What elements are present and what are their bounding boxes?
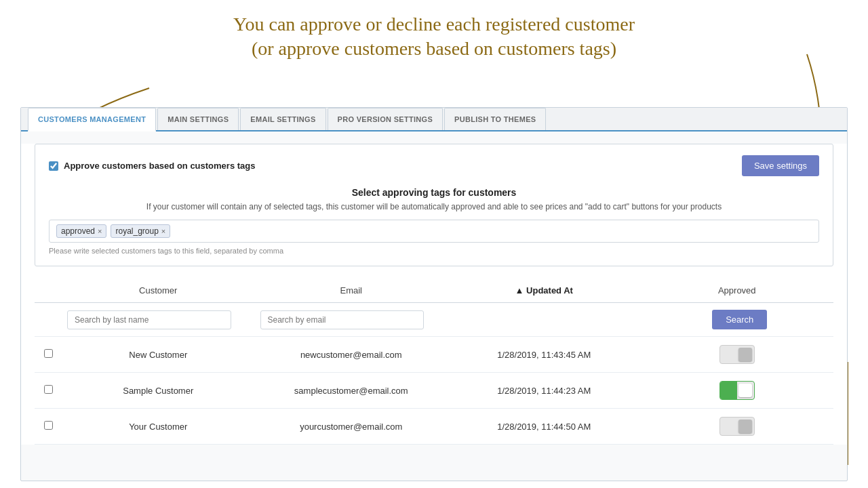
search-button[interactable]: Search bbox=[712, 310, 767, 329]
table-row: Sample Customer samplecustomer@email.com… bbox=[35, 373, 833, 409]
approve-checkbox-row: Approve customers based on customers tag… bbox=[49, 161, 255, 171]
th-updated-at[interactable]: ▲ Updated At bbox=[448, 285, 641, 296]
row1-updated-at: 1/28/2019, 11:43:45 AM bbox=[448, 350, 641, 360]
th-customer: Customer bbox=[62, 285, 255, 296]
row2-toggle[interactable] bbox=[719, 381, 755, 400]
main-panel: CUSTOMERS MANAGEMENT MAIN SETTINGS EMAIL… bbox=[20, 107, 848, 481]
approve-label: Approve customers based on customers tag… bbox=[64, 161, 255, 171]
row2-toggle-green bbox=[720, 382, 737, 399]
tab-publish-to-themes[interactable]: PUBLISH TO THEMES bbox=[444, 108, 546, 130]
tab-email-settings[interactable]: EMAIL SETTINGS bbox=[240, 108, 326, 130]
row1-name: New Customer bbox=[62, 350, 255, 360]
row2-checkbox-cell bbox=[35, 385, 62, 396]
row1-email: newcustomer@email.com bbox=[255, 350, 448, 360]
search-button-cell: Search bbox=[641, 310, 834, 329]
row2-checkbox[interactable] bbox=[44, 385, 53, 394]
annotation-line2: (or approve customers based on customers… bbox=[41, 37, 827, 61]
row2-approved-cell bbox=[641, 381, 834, 400]
tab-main-settings[interactable]: MAIN SETTINGS bbox=[157, 108, 239, 130]
row3-updated-at: 1/28/2019, 11:44:50 AM bbox=[448, 422, 641, 432]
tabs-bar: CUSTOMERS MANAGEMENT MAIN SETTINGS EMAIL… bbox=[21, 108, 847, 131]
content-area: Approve customers based on customers tag… bbox=[21, 144, 847, 445]
row3-toggle-knob bbox=[738, 420, 752, 433]
tags-hint: Please write selected customers tags to … bbox=[49, 247, 819, 255]
row2-updated-at: 1/28/2019, 11:44:23 AM bbox=[448, 386, 641, 396]
tag-close-approved[interactable]: × bbox=[98, 227, 102, 235]
row1-toggle[interactable] bbox=[719, 345, 755, 364]
approve-section: Approve customers based on customers tag… bbox=[35, 144, 833, 266]
tag-chip-approved: approved × bbox=[56, 224, 106, 238]
approve-checkbox[interactable] bbox=[49, 161, 58, 171]
tab-pro-version-settings[interactable]: PRO VERSION SETTINGS bbox=[328, 108, 443, 130]
tags-description: If your customer will contain any of sel… bbox=[49, 202, 819, 211]
row2-email: samplecustomer@email.com bbox=[255, 386, 448, 396]
table-row: New Customer newcustomer@email.com 1/28/… bbox=[35, 337, 833, 373]
table-row: Your Customer yourcustomer@email.com 1/2… bbox=[35, 409, 833, 445]
search-name-cell bbox=[62, 310, 255, 329]
approve-header: Approve customers based on customers tag… bbox=[49, 155, 819, 176]
table-header: Customer Email ▲ Updated At Approved bbox=[35, 279, 833, 303]
th-approved: Approved bbox=[641, 285, 834, 296]
table-section: Customer Email ▲ Updated At Approved bbox=[35, 279, 833, 445]
tags-input-box[interactable]: approved × royal_group × bbox=[49, 220, 819, 243]
tab-customers-management[interactable]: CUSTOMERS MANAGEMENT bbox=[28, 108, 156, 131]
row3-checkbox[interactable] bbox=[44, 421, 53, 430]
th-email: Email bbox=[255, 285, 448, 296]
row1-approved-cell bbox=[641, 345, 834, 364]
th-checkbox bbox=[35, 285, 62, 296]
annotation-line1: You can approve or decline each register… bbox=[41, 12, 827, 37]
search-email-input[interactable] bbox=[260, 310, 425, 329]
row3-approved-cell bbox=[641, 417, 834, 436]
row1-checkbox[interactable] bbox=[44, 349, 53, 358]
tags-section: Select approving tags for customers If y… bbox=[49, 187, 819, 255]
search-row: Search bbox=[35, 303, 833, 337]
row2-name: Sample Customer bbox=[62, 386, 255, 396]
save-settings-button[interactable]: Save settings bbox=[742, 155, 819, 176]
row1-checkbox-cell bbox=[35, 349, 62, 360]
tag-chip-royal-group: royal_group × bbox=[111, 224, 170, 238]
row3-email: yourcustomer@email.com bbox=[255, 422, 448, 432]
row3-name: Your Customer bbox=[62, 422, 255, 432]
search-email-cell bbox=[255, 310, 448, 329]
tag-close-royal-group[interactable]: × bbox=[161, 227, 165, 235]
search-last-name-input[interactable] bbox=[67, 310, 231, 329]
row2-toggle-knob bbox=[738, 384, 752, 397]
tags-title: Select approving tags for customers bbox=[49, 187, 819, 198]
row3-toggle[interactable] bbox=[719, 417, 755, 436]
row1-toggle-knob bbox=[738, 348, 752, 361]
annotation: You can approve or decline each register… bbox=[41, 12, 827, 62]
row3-checkbox-cell bbox=[35, 421, 62, 432]
